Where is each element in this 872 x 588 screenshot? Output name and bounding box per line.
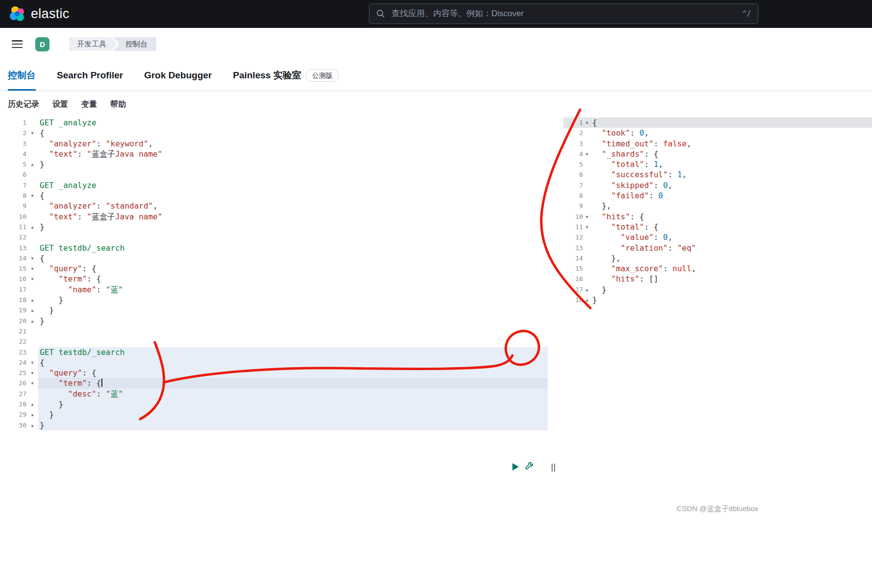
code-text[interactable]: GET _analyze: [38, 180, 548, 190]
fold-toggle-icon[interactable]: ▾: [583, 118, 591, 128]
code-line[interactable]: 30▴}: [0, 420, 548, 430]
code-line[interactable]: 29▴ }: [0, 409, 548, 420]
fold-toggle-icon[interactable]: ▾: [26, 274, 38, 284]
code-line[interactable]: 4 "text": "蓝盒子Java name": [0, 149, 548, 159]
menu-button[interactable]: [12, 40, 23, 48]
code-text[interactable]: "total": 1,: [591, 159, 872, 169]
fold-toggle-icon[interactable]: ▾: [26, 263, 38, 274]
code-line[interactable]: 17▴ }: [563, 284, 872, 295]
code-line[interactable]: 2 "took": 0,: [563, 128, 872, 138]
code-line[interactable]: 4▾ "_shards": {: [563, 149, 872, 159]
code-text[interactable]: "value": 0,: [591, 232, 872, 242]
code-line[interactable]: 16 "hits": []: [563, 274, 872, 284]
code-text[interactable]: }: [38, 399, 548, 409]
fold-toggle-icon[interactable]: ▾: [583, 149, 591, 159]
code-line[interactable]: 9 "analyzer": "standard",: [0, 201, 548, 211]
code-text[interactable]: "took": 0,: [591, 128, 872, 138]
send-request-button[interactable]: [510, 462, 520, 471]
code-line[interactable]: 6 "successful": 1,: [563, 169, 872, 180]
code-text[interactable]: "desc": "蓝": [38, 389, 548, 399]
fold-toggle-icon[interactable]: ▴: [26, 409, 38, 420]
code-line[interactable]: 18▴}: [563, 295, 872, 305]
fold-toggle-icon[interactable]: ▾: [583, 212, 591, 222]
code-line[interactable]: 5▴}: [0, 159, 548, 169]
fold-toggle-icon[interactable]: ▾: [26, 253, 38, 263]
code-text[interactable]: "analyzer": "standard",: [38, 201, 548, 211]
code-line[interactable]: 27 "desc": "蓝": [0, 389, 548, 399]
code-line[interactable]: 20▴}: [0, 316, 548, 326]
code-text[interactable]: {: [38, 128, 548, 138]
elastic-logo[interactable]: elastic: [9, 6, 70, 23]
code-text[interactable]: "analyzer": "keyword",: [38, 139, 548, 149]
code-line[interactable]: 7GET _analyze: [0, 180, 548, 190]
code-text[interactable]: }: [38, 295, 548, 305]
code-line[interactable]: 15▾ "query": {: [0, 263, 548, 274]
code-line[interactable]: 8 "failed": 0: [563, 190, 872, 201]
search-input[interactable]: [390, 8, 737, 19]
code-line[interactable]: 23GET testdb/_search: [0, 347, 548, 357]
code-text[interactable]: GET _analyze: [38, 118, 548, 128]
code-text[interactable]: "query": {: [38, 263, 548, 274]
code-line[interactable]: 26▾ "term": {: [0, 378, 548, 388]
code-text[interactable]: GET testdb/_search: [38, 243, 548, 253]
code-line[interactable]: 2▾{: [0, 128, 548, 138]
space-avatar[interactable]: D: [35, 37, 49, 51]
code-line[interactable]: 7 "skipped": 0,: [563, 180, 872, 190]
code-text[interactable]: [38, 336, 548, 347]
code-text[interactable]: "_shards": {: [591, 149, 872, 159]
code-line[interactable]: 5 "total": 1,: [563, 159, 872, 169]
code-line[interactable]: 12 "value": 0,: [563, 232, 872, 242]
code-text[interactable]: "failed": 0: [591, 190, 872, 201]
code-line[interactable]: 3 "analyzer": "keyword",: [0, 139, 548, 149]
code-line[interactable]: 8▾{: [0, 190, 548, 201]
code-line[interactable]: 16▾ "term": {: [0, 274, 548, 284]
code-text[interactable]: [38, 232, 548, 242]
code-line[interactable]: 11▴}: [0, 222, 548, 232]
code-line[interactable]: 22: [0, 336, 548, 347]
tab-grok-debugger[interactable]: Grok Debugger: [144, 60, 212, 91]
code-line[interactable]: 21: [0, 326, 548, 336]
code-text[interactable]: "skipped": 0,: [591, 180, 872, 190]
code-line[interactable]: 28▴ }: [0, 399, 548, 409]
code-text[interactable]: "text": "蓝盒子Java name": [38, 149, 548, 159]
code-line[interactable]: 14▾{: [0, 253, 548, 263]
code-line[interactable]: 19▴ }: [0, 305, 548, 315]
code-text[interactable]: }: [38, 159, 548, 169]
response-viewer[interactable]: 1▾{2 "took": 0,3 "timed_out": false,4▾ "…: [563, 118, 872, 305]
tab-painless-lab[interactable]: Painless 实验室 公测版: [233, 60, 339, 91]
fold-toggle-icon[interactable]: ▾: [26, 128, 38, 138]
code-text[interactable]: }: [38, 420, 548, 430]
code-line[interactable]: 15 "max_score": null,: [563, 263, 872, 274]
code-text[interactable]: "max_score": null,: [591, 263, 872, 274]
code-text[interactable]: "hits": {: [591, 212, 872, 222]
tab-console[interactable]: 控制台: [8, 60, 36, 91]
code-text[interactable]: },: [591, 201, 872, 211]
code-line[interactable]: 10▾ "hits": {: [563, 212, 872, 222]
code-text[interactable]: "text": "蓝盒子Java name": [38, 212, 548, 222]
fold-toggle-icon[interactable]: ▾: [26, 378, 38, 388]
request-options-button[interactable]: [525, 462, 534, 471]
code-line[interactable]: 12: [0, 232, 548, 242]
code-text[interactable]: }: [591, 284, 872, 295]
code-text[interactable]: "successful": 1,: [591, 169, 872, 180]
code-text[interactable]: }: [591, 295, 872, 305]
code-line[interactable]: 1▾{: [563, 118, 872, 128]
code-text[interactable]: "term": {: [38, 378, 548, 388]
code-text[interactable]: "total": {: [591, 222, 872, 232]
code-text[interactable]: {: [38, 357, 548, 368]
fold-toggle-icon[interactable]: ▾: [26, 368, 38, 378]
code-line[interactable]: 25▾ "query": {: [0, 368, 548, 378]
code-text[interactable]: GET testdb/_search: [38, 347, 548, 357]
code-line[interactable]: 13GET testdb/_search: [0, 243, 548, 253]
menu-history[interactable]: 历史记录: [8, 99, 39, 110]
fold-toggle-icon[interactable]: ▴: [26, 159, 38, 169]
request-editor[interactable]: 1GET _analyze2▾{3 "analyzer": "keyword",…: [0, 118, 548, 430]
code-text[interactable]: {: [38, 190, 548, 201]
code-line[interactable]: 13 "relation": "eq": [563, 243, 872, 253]
fold-toggle-icon[interactable]: ▴: [583, 295, 591, 305]
code-text[interactable]: "query": {: [38, 368, 548, 378]
menu-settings[interactable]: 设置: [52, 99, 68, 110]
fold-toggle-icon[interactable]: ▾: [26, 190, 38, 201]
fold-toggle-icon[interactable]: ▴: [26, 222, 38, 232]
fold-toggle-icon[interactable]: ▾: [26, 357, 38, 368]
